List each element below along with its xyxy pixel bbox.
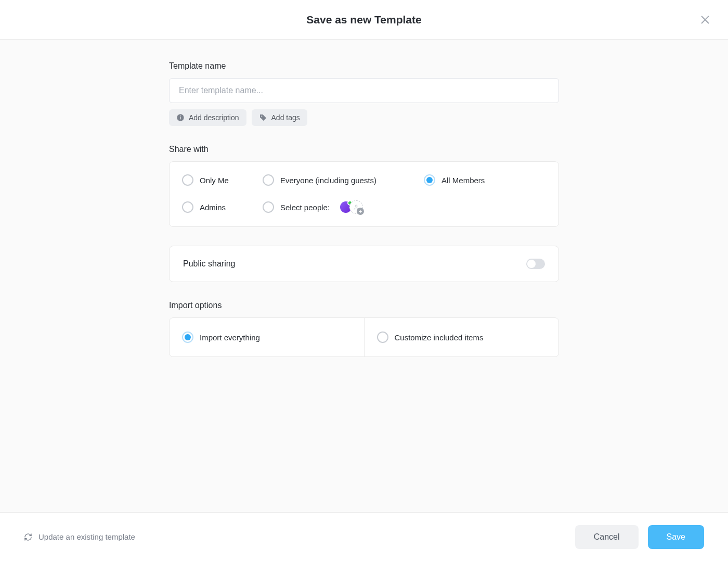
update-existing-link[interactable]: Update an existing template bbox=[24, 532, 135, 541]
import-section: Import options Import everything Customi… bbox=[169, 301, 559, 357]
radio-icon bbox=[182, 201, 193, 213]
svg-point-5 bbox=[261, 116, 262, 117]
modal-footer: Update an existing template Cancel Save bbox=[0, 512, 728, 561]
people-avatar-group: + bbox=[339, 200, 363, 214]
public-sharing-label: Public sharing bbox=[183, 259, 236, 269]
radio-icon bbox=[263, 201, 274, 213]
import-customize-label: Customize included items bbox=[395, 333, 484, 342]
share-everyone[interactable]: Everyone (including guests) bbox=[263, 174, 419, 186]
svg-rect-3 bbox=[180, 117, 180, 120]
template-name-section: Template name Add description bbox=[169, 61, 559, 126]
refresh-icon bbox=[24, 533, 32, 541]
info-icon bbox=[176, 113, 185, 122]
share-card: Only Me Everyone (including guests) All … bbox=[169, 161, 559, 227]
share-all-members-label: All Members bbox=[441, 176, 485, 185]
add-tags-button[interactable]: Add tags bbox=[252, 109, 307, 126]
share-only-me[interactable]: Only Me bbox=[182, 174, 257, 186]
radio-icon bbox=[182, 174, 193, 186]
add-tags-label: Add tags bbox=[271, 113, 300, 122]
radio-icon bbox=[377, 332, 388, 343]
import-card: Import everything Customize included ite… bbox=[169, 317, 559, 357]
add-person-button[interactable]: + bbox=[349, 200, 363, 214]
save-button[interactable]: Save bbox=[648, 525, 704, 549]
modal-header: Save as new Template bbox=[0, 0, 728, 40]
import-everything-label: Import everything bbox=[200, 333, 260, 342]
import-everything[interactable]: Import everything bbox=[170, 318, 365, 356]
share-select-people[interactable]: Select people: bbox=[263, 201, 330, 213]
import-label: Import options bbox=[169, 301, 559, 310]
radio-icon bbox=[263, 174, 274, 186]
public-sharing-section: Public sharing bbox=[169, 246, 559, 282]
svg-point-4 bbox=[180, 116, 181, 117]
share-admins-label: Admins bbox=[200, 203, 226, 212]
share-label: Share with bbox=[169, 145, 559, 154]
template-name-label: Template name bbox=[169, 61, 559, 71]
public-sharing-card: Public sharing bbox=[169, 246, 559, 282]
add-description-button[interactable]: Add description bbox=[169, 109, 246, 126]
modal-title: Save as new Template bbox=[306, 14, 421, 26]
share-only-me-label: Only Me bbox=[200, 176, 229, 185]
share-select-people-label: Select people: bbox=[280, 203, 330, 212]
share-everyone-label: Everyone (including guests) bbox=[280, 176, 376, 185]
share-all-members[interactable]: All Members bbox=[424, 174, 546, 186]
svg-point-6 bbox=[355, 205, 357, 207]
template-name-input[interactable] bbox=[169, 78, 559, 103]
plus-icon: + bbox=[357, 208, 364, 215]
close-icon bbox=[699, 14, 711, 26]
radio-icon bbox=[424, 174, 435, 186]
add-description-label: Add description bbox=[189, 113, 239, 122]
update-existing-label: Update an existing template bbox=[38, 532, 135, 541]
share-admins[interactable]: Admins bbox=[182, 201, 257, 213]
cancel-button[interactable]: Cancel bbox=[575, 525, 639, 549]
import-customize[interactable]: Customize included items bbox=[365, 318, 559, 356]
tag-icon bbox=[259, 113, 267, 122]
public-sharing-toggle[interactable] bbox=[526, 259, 545, 269]
share-section: Share with Only Me Everyone (including g… bbox=[169, 145, 559, 227]
close-button[interactable] bbox=[695, 9, 716, 30]
modal-body: Template name Add description bbox=[0, 40, 728, 512]
radio-icon bbox=[182, 332, 193, 343]
